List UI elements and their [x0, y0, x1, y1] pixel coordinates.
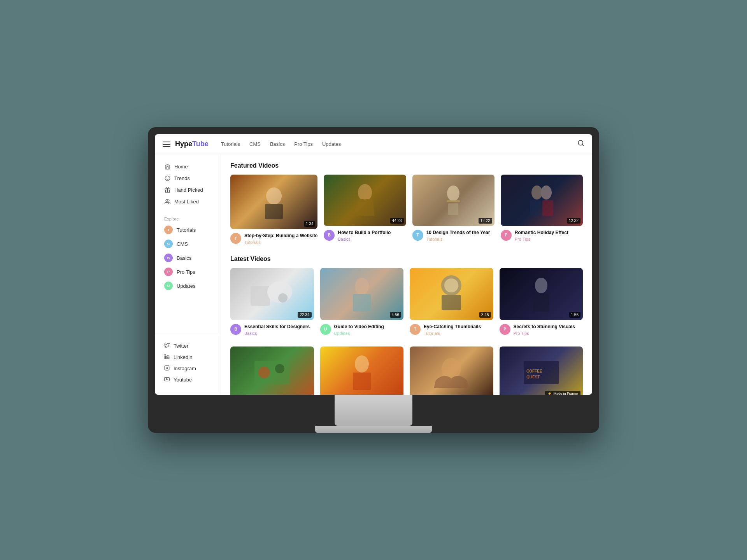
- channel-avatar-7: T: [410, 324, 421, 335]
- channel-avatar-5: B: [230, 324, 241, 335]
- bottom-card-2[interactable]: [320, 346, 404, 395]
- svg-rect-22: [542, 200, 553, 216]
- thumbnail-7: 3:45: [410, 268, 493, 320]
- social-instagram[interactable]: Instagram: [161, 363, 214, 374]
- logo[interactable]: HypeTube: [175, 140, 209, 148]
- channel-avatar-3: T: [412, 230, 423, 241]
- svg-text:COFFEE: COFFEE: [526, 369, 542, 373]
- svg-point-26: [355, 278, 369, 295]
- sidebar-item-protips[interactable]: P Pro Tips: [161, 265, 214, 279]
- video-meta-3: T 10 Design Trends of the Year Tutorials: [412, 230, 494, 242]
- menu-icon[interactable]: [163, 142, 170, 147]
- sidebar-label-basics: Basics: [177, 255, 191, 261]
- thumbnail-2: 44:23: [324, 175, 406, 226]
- video-title-6: Guide to Video Editing: [334, 324, 404, 330]
- svg-point-13: [266, 187, 282, 205]
- duration-7: 3:45: [479, 312, 491, 318]
- svg-rect-10: [165, 366, 169, 370]
- social-label-youtube: Youtube: [174, 377, 192, 383]
- video-info-2: How to Build a Portfolio Basics: [338, 230, 406, 242]
- svg-point-7: [166, 199, 168, 201]
- video-meta-8: P Secrets to Stunning Visuals Pro Tips: [500, 324, 583, 336]
- video-category-3: Tutorials: [426, 237, 494, 242]
- latest-card-1[interactable]: 22:34 B Essential Skills for Designers B…: [230, 268, 314, 336]
- screen: HypeTube Tutorials CMS Basics Pro Tips U…: [155, 134, 592, 395]
- video-category-8: Pro Tips: [514, 331, 583, 336]
- framer-badge: ⚡ Made in Framer: [545, 391, 580, 395]
- bottom-card-1[interactable]: [230, 346, 314, 395]
- video-info-4: Romantic Holiday Effect Pro Tips: [515, 230, 583, 242]
- video-category-7: Tutorials: [424, 331, 493, 336]
- latest-card-3[interactable]: 3:45 T Eye-Catching Thumbnails Tutorials: [410, 268, 493, 336]
- featured-card-2[interactable]: 44:23 B How to Build a Portfolio Basics: [324, 175, 406, 245]
- svg-line-1: [582, 144, 583, 145]
- svg-rect-18: [448, 203, 458, 215]
- sidebar-label-mostliked: Most Liked: [174, 199, 199, 205]
- nav-protips[interactable]: Pro Tips: [294, 141, 313, 147]
- svg-rect-27: [353, 294, 371, 312]
- video-info-6: Guide to Video Editing Updates: [334, 324, 404, 336]
- sidebar-item-handpicked[interactable]: Hand Picked: [161, 184, 214, 196]
- video-info-7: Eye-Catching Thumbnails Tutorials: [424, 324, 493, 336]
- video-meta-5: B Essential Skills for Designers Basics: [230, 324, 314, 336]
- video-meta-4: P Romantic Holiday Effect Pro Tips: [501, 230, 583, 242]
- latest-card-4[interactable]: 1:56 P Secrets to Stunning Visuals Pro T…: [500, 268, 583, 336]
- sidebar-label-home: Home: [174, 164, 188, 170]
- featured-card-1[interactable]: 1:34 T Step-by-Step: Building a Website …: [230, 175, 317, 245]
- sidebar-item-home[interactable]: Home: [161, 161, 214, 172]
- latest-title: Latest Videos: [230, 256, 583, 262]
- bottom-card-3[interactable]: [410, 346, 493, 395]
- thumbnail-10: [320, 346, 404, 395]
- social-linkedin[interactable]: Linkedin: [161, 352, 214, 363]
- protips-avatar: P: [164, 268, 173, 276]
- thumbnail-1: 1:34: [230, 175, 317, 229]
- linkedin-icon: [164, 354, 170, 360]
- svg-rect-14: [265, 204, 283, 219]
- sidebar-label-handpicked: Hand Picked: [174, 187, 203, 193]
- svg-rect-23: [251, 286, 270, 306]
- social-label-instagram: Instagram: [174, 366, 196, 371]
- svg-text:QUEST: QUEST: [526, 375, 540, 379]
- nav-updates[interactable]: Updates: [322, 141, 341, 147]
- explore-label: Explore: [155, 214, 221, 223]
- bottom-card-4[interactable]: COFFEE QUEST ⚡ Made in Framer: [500, 346, 583, 395]
- duration-6: 4:56: [390, 312, 401, 318]
- video-category-6: Updates: [334, 331, 404, 336]
- latest-card-2[interactable]: 4:56 U Guide to Video Editing Updates: [320, 268, 404, 336]
- featured-card-4[interactable]: 12:32 P Romantic Holiday Effect Pro Tips: [501, 175, 583, 245]
- featured-card-3[interactable]: 12:22 T 10 Design Trends of the Year Tut…: [412, 175, 494, 245]
- header: HypeTube Tutorials CMS Basics Pro Tips U…: [155, 134, 592, 154]
- svg-rect-21: [530, 200, 541, 216]
- home-icon: [164, 163, 170, 170]
- social-youtube[interactable]: Youtube: [161, 374, 214, 385]
- nav-tutorials[interactable]: Tutorials: [221, 141, 240, 147]
- monitor-stand: [335, 395, 412, 426]
- video-title-7: Eye-Catching Thumbnails: [424, 324, 493, 330]
- sidebar-item-updates[interactable]: U Updates: [161, 279, 214, 293]
- video-title-4: Romantic Holiday Effect: [515, 230, 583, 236]
- social-twitter[interactable]: Twitter: [161, 340, 214, 352]
- video-category-1: Tutorials: [244, 240, 317, 245]
- svg-point-36: [355, 355, 369, 373]
- sidebar-item-tutorials[interactable]: T Tutorials: [161, 223, 214, 237]
- sidebar-item-trends[interactable]: Trends: [161, 172, 214, 184]
- content-area: Featured Videos 1:34: [221, 154, 592, 395]
- updates-avatar: U: [164, 282, 173, 290]
- sidebar-item-basics[interactable]: B Basics: [161, 251, 214, 265]
- sidebar-item-cms[interactable]: C CMS: [161, 237, 214, 251]
- sidebar-item-mostliked[interactable]: Most Liked: [161, 196, 214, 207]
- video-meta-2: B How to Build a Portfolio Basics: [324, 230, 406, 242]
- channel-avatar-6: U: [320, 324, 331, 335]
- svg-rect-32: [533, 294, 549, 312]
- duration-1: 1:34: [304, 221, 315, 227]
- nav-basics[interactable]: Basics: [270, 141, 285, 147]
- svg-point-31: [535, 278, 547, 293]
- social-links: Twitter Linkedin Instagram: [155, 334, 221, 388]
- nav-cms[interactable]: CMS: [249, 141, 261, 147]
- thumbnail-5: 22:34: [230, 268, 314, 320]
- search-button[interactable]: [577, 140, 584, 149]
- basics-avatar: B: [164, 254, 173, 262]
- youtube-icon: [164, 376, 170, 383]
- video-category-2: Basics: [338, 237, 406, 242]
- sidebar: Home Trends Hand Picked: [155, 154, 221, 395]
